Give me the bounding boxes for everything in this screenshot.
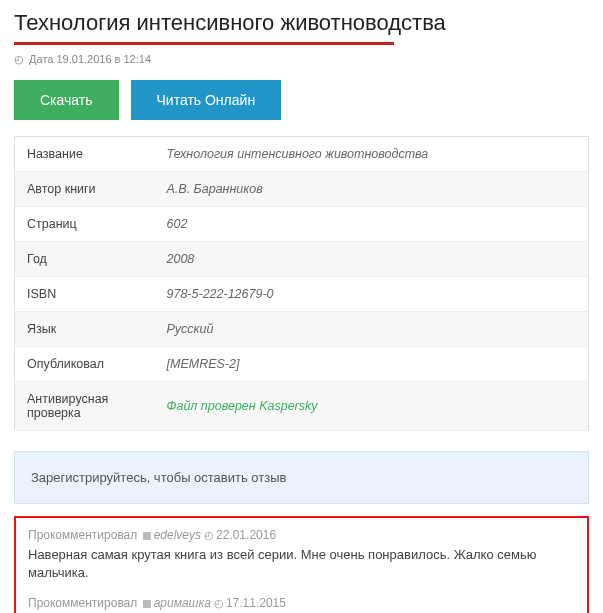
download-button[interactable]: Скачать	[14, 80, 119, 120]
clock-icon: ◴	[14, 53, 24, 65]
info-value: 978‐5‐222‐12679‐0	[155, 277, 589, 312]
action-buttons: Скачать Читать Онлайн	[14, 80, 589, 120]
read-online-button[interactable]: Читать Онлайн	[131, 80, 282, 120]
user-icon	[143, 532, 151, 540]
info-label: Опубликовал	[15, 347, 155, 382]
table-row: Автор книгиА.В. Баранников	[15, 172, 589, 207]
info-label: Страниц	[15, 207, 155, 242]
info-label: Язык	[15, 312, 155, 347]
comment-author[interactable]: edelveys	[154, 528, 201, 542]
comment-prefix: Прокомментировал	[28, 528, 137, 542]
comment-date: 22.01.2016	[216, 528, 276, 542]
info-value: Технология интенсивного животноводства	[155, 137, 589, 172]
comment-text: Наверная самая крутая книга из всей сери…	[28, 546, 575, 582]
comment: Прокомментировал аримашка◴17.11.2015Прод…	[28, 596, 575, 613]
title-underline	[14, 42, 394, 45]
info-label: ISBN	[15, 277, 155, 312]
clock-icon: ◴	[214, 597, 224, 609]
date-value: 19.01.2016 в 12:14	[56, 53, 151, 65]
table-row: ЯзыкРусский	[15, 312, 589, 347]
info-value: [MEMRES‐2]	[155, 347, 589, 382]
comment-meta: Прокомментировал аримашка◴17.11.2015	[28, 596, 575, 610]
publish-date: ◴ Дата 19.01.2016 в 12:14	[14, 53, 589, 66]
info-table: НазваниеТехнология интенсивного животнов…	[14, 136, 589, 431]
comments-section: Прокомментировал edelveys◴22.01.2016Наве…	[14, 516, 589, 613]
page-title: Технология интенсивного животноводства	[14, 10, 589, 40]
table-row: Год2008	[15, 242, 589, 277]
info-label: Автор книги	[15, 172, 155, 207]
date-prefix: Дата	[29, 53, 53, 65]
table-row: НазваниеТехнология интенсивного животнов…	[15, 137, 589, 172]
info-value: 602	[155, 207, 589, 242]
table-row: ISBN978‐5‐222‐12679‐0	[15, 277, 589, 312]
info-label: Антивирусная проверка	[15, 382, 155, 431]
info-value: Русский	[155, 312, 589, 347]
table-row: Страниц602	[15, 207, 589, 242]
clock-icon: ◴	[204, 529, 214, 541]
comment: Прокомментировал edelveys◴22.01.2016Наве…	[28, 528, 575, 582]
register-prompt[interactable]: Зарегистрируйтесь, чтобы оставить отзыв	[14, 451, 589, 504]
comment-prefix: Прокомментировал	[28, 596, 137, 610]
comment-date: 17.11.2015	[226, 596, 286, 610]
info-label: Год	[15, 242, 155, 277]
info-value: Файл проверен Kaspersky	[155, 382, 589, 431]
comment-author[interactable]: аримашка	[154, 596, 211, 610]
info-value: А.В. Баранников	[155, 172, 589, 207]
table-row: Опубликовал[MEMRES‐2]	[15, 347, 589, 382]
table-row: Антивирусная проверкаФайл проверен Kaspe…	[15, 382, 589, 431]
comment-meta: Прокомментировал edelveys◴22.01.2016	[28, 528, 575, 542]
user-icon	[143, 600, 151, 608]
info-label: Название	[15, 137, 155, 172]
info-value: 2008	[155, 242, 589, 277]
